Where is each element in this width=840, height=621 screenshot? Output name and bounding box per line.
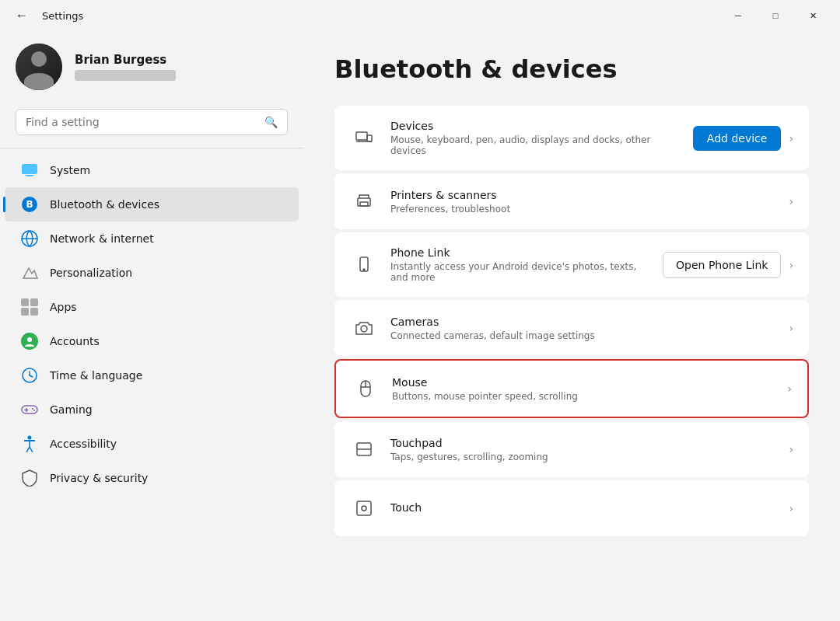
gaming-icon	[20, 400, 39, 419]
titlebar-controls: ─ □ ✕	[720, 3, 831, 28]
add-device-button[interactable]: Add device	[693, 126, 782, 151]
mouse-chevron: ›	[787, 382, 792, 395]
sidebar-item-gaming[interactable]: Gaming	[5, 392, 299, 427]
maximize-button[interactable]: □	[758, 3, 793, 28]
sidebar-divider	[0, 148, 303, 148]
svg-rect-2	[25, 175, 34, 176]
mouse-desc: Buttons, mouse pointer speed, scrolling	[392, 391, 775, 402]
sidebar-item-apps[interactable]: Apps	[5, 290, 299, 324]
sidebar-label-network: Network & internet	[50, 232, 154, 245]
settings-item-touch[interactable]: Touch ›	[334, 480, 809, 536]
touchpad-chevron: ›	[789, 443, 793, 455]
svg-rect-17	[367, 135, 372, 141]
touchpad-text: Touchpad Taps, gestures, scrolling, zoom…	[390, 437, 776, 462]
sidebar-label-gaming: Gaming	[50, 403, 93, 416]
sidebar-item-network[interactable]: Network & internet	[5, 222, 299, 256]
settings-card-devices: Devices Mouse, keyboard, pen, audio, dis…	[334, 106, 809, 170]
titlebar-title: Settings	[42, 10, 83, 22]
devices-desc: Mouse, keyboard, pen, audio, displays an…	[390, 134, 681, 156]
touchpad-desc: Taps, gestures, scrolling, zooming	[390, 452, 776, 462]
sidebar-item-system[interactable]: System	[5, 153, 299, 187]
user-info: Brian Burgess	[75, 53, 176, 81]
printers-icon	[350, 187, 378, 215]
svg-point-12	[32, 408, 33, 410]
phonelink-text: Phone Link Instantly access your Android…	[390, 246, 650, 283]
settings-item-cameras[interactable]: Cameras Connected cameras, default image…	[334, 300, 809, 356]
devices-text: Devices Mouse, keyboard, pen, audio, dis…	[390, 120, 681, 156]
cameras-icon	[350, 314, 378, 342]
settings-item-touchpad[interactable]: Touchpad Taps, gestures, scrolling, zoom…	[334, 421, 809, 477]
settings-card-cameras: Cameras Connected cameras, default image…	[334, 300, 809, 356]
cameras-text: Cameras Connected cameras, default image…	[390, 316, 776, 341]
printers-text: Printers & scanners Preferences, trouble…	[390, 189, 776, 215]
devices-icon	[350, 124, 378, 152]
phonelink-desc: Instantly access your Android device's p…	[390, 261, 650, 283]
sidebar-label-accounts: Accounts	[50, 335, 100, 347]
touch-icon	[350, 494, 378, 522]
mouse-text: Mouse Buttons, mouse pointer speed, scro…	[392, 376, 775, 402]
accessibility-icon	[20, 434, 39, 453]
search-input[interactable]	[26, 116, 258, 128]
sidebar-label-apps: Apps	[50, 301, 77, 313]
touch-chevron: ›	[789, 502, 793, 515]
sidebar-item-privacy[interactable]: Privacy & security	[5, 461, 299, 495]
phonelink-title: Phone Link	[390, 246, 650, 259]
time-icon	[20, 366, 39, 385]
network-icon	[20, 229, 39, 248]
search-icon: 🔍	[264, 116, 278, 128]
svg-point-14	[28, 436, 32, 440]
phonelink-chevron: ›	[789, 259, 793, 271]
cameras-title: Cameras	[390, 316, 776, 328]
cameras-chevron: ›	[789, 322, 793, 334]
sidebar-label-accessibility: Accessibility	[50, 438, 117, 450]
mouse-action: ›	[787, 382, 792, 395]
sidebar-item-accessibility[interactable]: Accessibility	[5, 427, 299, 461]
privacy-icon	[20, 469, 39, 487]
personalization-icon	[20, 263, 39, 282]
settings-item-printers[interactable]: Printers & scanners Preferences, trouble…	[334, 173, 809, 229]
svg-rect-28	[357, 501, 371, 515]
touch-action: ›	[789, 502, 793, 515]
cameras-action: ›	[789, 322, 793, 334]
svg-rect-0	[22, 164, 37, 174]
printers-desc: Preferences, troubleshoot	[390, 204, 776, 215]
sidebar-label-system: System	[50, 164, 90, 176]
svg-point-5	[27, 337, 32, 342]
page-title: Bluetooth & devices	[334, 54, 809, 84]
svg-rect-9	[22, 406, 37, 413]
bluetooth-icon: B	[20, 195, 39, 214]
sidebar-item-bluetooth[interactable]: B Bluetooth & devices	[5, 187, 299, 222]
svg-rect-20	[360, 202, 368, 206]
svg-point-23	[361, 326, 367, 332]
avatar-image	[16, 44, 62, 90]
back-button[interactable]: ←	[9, 3, 34, 28]
settings-item-devices[interactable]: Devices Mouse, keyboard, pen, audio, dis…	[334, 106, 809, 170]
printers-title: Printers & scanners	[390, 189, 776, 201]
user-profile[interactable]: Brian Burgess	[0, 31, 303, 109]
sidebar-item-accounts[interactable]: Accounts	[5, 324, 299, 358]
user-name: Brian Burgess	[75, 53, 176, 67]
settings-card-phonelink: Phone Link Instantly access your Android…	[334, 232, 809, 297]
settings-item-phonelink[interactable]: Phone Link Instantly access your Android…	[334, 232, 809, 297]
sidebar-item-personalization[interactable]: Personalization	[5, 256, 299, 290]
sidebar-item-time[interactable]: Time & language	[5, 358, 299, 392]
open-phone-button[interactable]: Open Phone Link	[663, 252, 781, 278]
minimize-button[interactable]: ─	[720, 3, 756, 28]
system-icon	[20, 161, 39, 180]
sidebar-label-bluetooth: Bluetooth & devices	[50, 198, 159, 211]
devices-action: Add device ›	[693, 126, 793, 151]
accounts-icon	[20, 332, 39, 351]
settings-item-mouse[interactable]: Mouse Buttons, mouse pointer speed, scro…	[336, 361, 807, 417]
mouse-title: Mouse	[392, 376, 775, 389]
touch-title: Touch	[390, 501, 776, 514]
settings-card-printers: Printers & scanners Preferences, trouble…	[334, 173, 809, 229]
settings-card-touchpad: Touchpad Taps, gestures, scrolling, zoom…	[334, 421, 809, 477]
close-button[interactable]: ✕	[795, 3, 831, 28]
app-body: Brian Burgess 🔍 System	[0, 31, 840, 621]
sidebar-label-privacy: Privacy & security	[50, 472, 148, 484]
cameras-desc: Connected cameras, default image setting…	[390, 330, 776, 341]
touchpad-action: ›	[789, 443, 793, 455]
svg-point-13	[33, 410, 35, 411]
devices-title: Devices	[390, 120, 681, 132]
search-box[interactable]: 🔍	[16, 109, 288, 135]
